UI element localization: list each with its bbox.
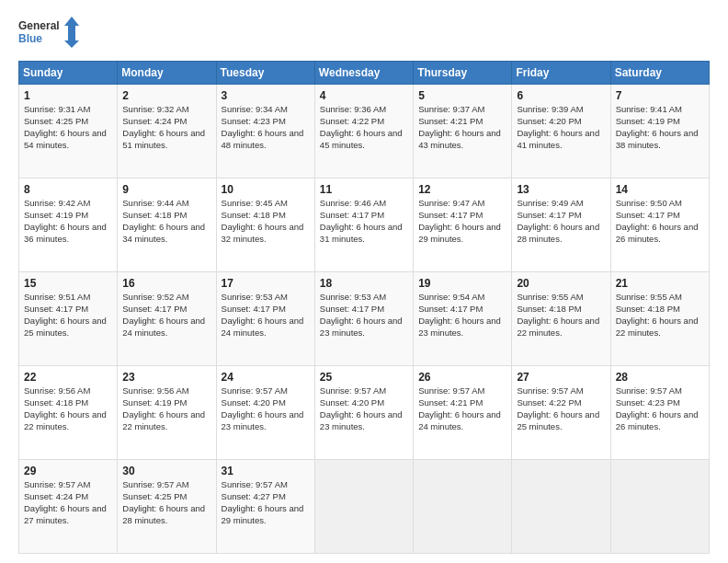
daylight-label: Daylight: 6 hours and 28 minutes. xyxy=(517,222,599,244)
calendar-cell: 27Sunrise: 9:57 AMSunset: 4:22 PMDayligh… xyxy=(512,366,610,460)
calendar-cell: 5Sunrise: 9:37 AMSunset: 4:21 PMDaylight… xyxy=(414,85,512,178)
day-number: 10 xyxy=(222,182,310,197)
calendar-week-row: 22Sunrise: 9:56 AMSunset: 4:18 PMDayligh… xyxy=(19,366,710,460)
sunset-label: Sunset: 4:21 PM xyxy=(418,397,483,408)
sunrise-label: Sunrise: 9:50 AM xyxy=(616,198,682,208)
sunset-label: Sunset: 4:22 PM xyxy=(320,116,384,126)
sunrise-label: Sunrise: 9:49 AM xyxy=(517,198,583,208)
sunrise-label: Sunrise: 9:36 AM xyxy=(320,104,386,114)
daylight-label: Daylight: 6 hours and 54 minutes. xyxy=(24,128,107,150)
daylight-label: Daylight: 6 hours and 29 minutes. xyxy=(418,222,501,244)
sunset-label: Sunset: 4:25 PM xyxy=(122,491,187,501)
calendar-cell: 6Sunrise: 9:39 AMSunset: 4:20 PMDaylight… xyxy=(512,85,610,178)
sunset-label: Sunset: 4:20 PM xyxy=(222,397,286,408)
daylight-label: Daylight: 6 hours and 24 minutes. xyxy=(122,316,205,338)
daylight-label: Daylight: 6 hours and 23 minutes. xyxy=(320,409,403,431)
day-number: 20 xyxy=(517,276,605,291)
daylight-label: Daylight: 6 hours and 23 minutes. xyxy=(222,409,304,431)
sunset-label: Sunset: 4:17 PM xyxy=(418,304,483,314)
svg-text:General: General xyxy=(18,19,60,32)
calendar-cell: 25Sunrise: 9:57 AMSunset: 4:20 PMDayligh… xyxy=(314,366,413,460)
day-number: 5 xyxy=(418,88,506,103)
logo: General Blue xyxy=(18,15,83,52)
sunrise-label: Sunrise: 9:52 AM xyxy=(122,292,188,302)
sunrise-label: Sunrise: 9:51 AM xyxy=(24,292,90,302)
calendar-cell xyxy=(314,460,413,554)
sunset-label: Sunset: 4:24 PM xyxy=(24,491,88,501)
day-number: 8 xyxy=(24,182,112,197)
sunset-label: Sunset: 4:17 PM xyxy=(616,210,680,220)
sunrise-label: Sunrise: 9:31 AM xyxy=(24,104,90,114)
daylight-label: Daylight: 6 hours and 32 minutes. xyxy=(222,222,304,244)
calendar-header-row: SundayMondayTuesdayWednesdayThursdayFrid… xyxy=(19,62,710,85)
daylight-label: Daylight: 6 hours and 48 minutes. xyxy=(222,128,304,150)
day-number: 31 xyxy=(222,464,310,478)
calendar-day-header: Saturday xyxy=(610,62,709,85)
calendar-cell xyxy=(414,460,512,554)
day-number: 16 xyxy=(122,276,210,291)
sunset-label: Sunset: 4:21 PM xyxy=(418,116,483,126)
calendar-cell: 17Sunrise: 9:53 AMSunset: 4:17 PMDayligh… xyxy=(216,272,314,366)
day-number: 21 xyxy=(616,276,704,291)
daylight-label: Daylight: 6 hours and 41 minutes. xyxy=(517,128,599,150)
daylight-label: Daylight: 6 hours and 43 minutes. xyxy=(418,128,501,150)
calendar-day-header: Wednesday xyxy=(314,62,413,85)
sunrise-label: Sunrise: 9:55 AM xyxy=(616,292,682,302)
sunset-label: Sunset: 4:17 PM xyxy=(320,210,384,220)
sunset-label: Sunset: 4:17 PM xyxy=(24,304,88,314)
sunset-label: Sunset: 4:17 PM xyxy=(222,304,286,314)
sunrise-label: Sunrise: 9:34 AM xyxy=(222,104,288,114)
sunset-label: Sunset: 4:19 PM xyxy=(24,210,88,220)
sunrise-label: Sunrise: 9:53 AM xyxy=(320,292,386,302)
calendar-cell: 21Sunrise: 9:55 AMSunset: 4:18 PMDayligh… xyxy=(610,272,709,366)
calendar-cell: 23Sunrise: 9:56 AMSunset: 4:19 PMDayligh… xyxy=(118,366,216,460)
daylight-label: Daylight: 6 hours and 31 minutes. xyxy=(320,222,403,244)
daylight-label: Daylight: 6 hours and 22 minutes. xyxy=(517,316,599,338)
calendar-day-header: Friday xyxy=(512,62,610,85)
sunrise-label: Sunrise: 9:44 AM xyxy=(122,198,188,208)
daylight-label: Daylight: 6 hours and 22 minutes. xyxy=(24,409,107,431)
daylight-label: Daylight: 6 hours and 22 minutes. xyxy=(122,409,205,431)
daylight-label: Daylight: 6 hours and 23 minutes. xyxy=(320,316,403,338)
calendar-cell: 8Sunrise: 9:42 AMSunset: 4:19 PMDaylight… xyxy=(19,178,118,272)
sunset-label: Sunset: 4:19 PM xyxy=(616,116,680,126)
sunrise-label: Sunrise: 9:54 AM xyxy=(418,292,484,302)
calendar-cell: 28Sunrise: 9:57 AMSunset: 4:23 PMDayligh… xyxy=(610,366,709,460)
calendar-cell: 3Sunrise: 9:34 AMSunset: 4:23 PMDaylight… xyxy=(216,85,314,178)
daylight-label: Daylight: 6 hours and 25 minutes. xyxy=(24,316,107,338)
sunset-label: Sunset: 4:24 PM xyxy=(122,116,187,126)
calendar-cell: 26Sunrise: 9:57 AMSunset: 4:21 PMDayligh… xyxy=(414,366,512,460)
day-number: 12 xyxy=(418,182,506,197)
sunrise-label: Sunrise: 9:53 AM xyxy=(222,292,288,302)
calendar-week-row: 15Sunrise: 9:51 AMSunset: 4:17 PMDayligh… xyxy=(19,272,710,366)
sunrise-label: Sunrise: 9:57 AM xyxy=(616,385,682,396)
sunrise-label: Sunrise: 9:56 AM xyxy=(122,385,188,396)
day-number: 29 xyxy=(24,464,112,478)
sunset-label: Sunset: 4:23 PM xyxy=(616,397,680,408)
calendar-cell xyxy=(512,460,610,554)
sunset-label: Sunset: 4:22 PM xyxy=(517,397,581,408)
daylight-label: Daylight: 6 hours and 23 minutes. xyxy=(418,316,501,338)
daylight-label: Daylight: 6 hours and 45 minutes. xyxy=(320,128,403,150)
calendar-cell: 14Sunrise: 9:50 AMSunset: 4:17 PMDayligh… xyxy=(610,178,709,272)
calendar-cell: 13Sunrise: 9:49 AMSunset: 4:17 PMDayligh… xyxy=(512,178,610,272)
daylight-label: Daylight: 6 hours and 25 minutes. xyxy=(517,409,599,431)
day-number: 2 xyxy=(122,88,210,103)
daylight-label: Daylight: 6 hours and 24 minutes. xyxy=(418,409,501,431)
calendar-cell: 22Sunrise: 9:56 AMSunset: 4:18 PMDayligh… xyxy=(19,366,118,460)
logo-svg: General Blue xyxy=(18,15,83,52)
daylight-label: Daylight: 6 hours and 22 minutes. xyxy=(616,316,699,338)
calendar-day-header: Thursday xyxy=(414,62,512,85)
day-number: 19 xyxy=(418,276,506,291)
sunset-label: Sunset: 4:17 PM xyxy=(517,210,581,220)
day-number: 11 xyxy=(320,182,408,197)
sunset-label: Sunset: 4:18 PM xyxy=(122,210,187,220)
sunrise-label: Sunrise: 9:46 AM xyxy=(320,198,386,208)
daylight-label: Daylight: 6 hours and 36 minutes. xyxy=(24,222,107,244)
calendar-day-header: Monday xyxy=(118,62,216,85)
day-number: 23 xyxy=(122,370,210,385)
sunrise-label: Sunrise: 9:37 AM xyxy=(418,104,484,114)
sunset-label: Sunset: 4:18 PM xyxy=(24,397,88,408)
sunrise-label: Sunrise: 9:57 AM xyxy=(122,479,188,489)
calendar-week-row: 1Sunrise: 9:31 AMSunset: 4:25 PMDaylight… xyxy=(19,85,710,178)
